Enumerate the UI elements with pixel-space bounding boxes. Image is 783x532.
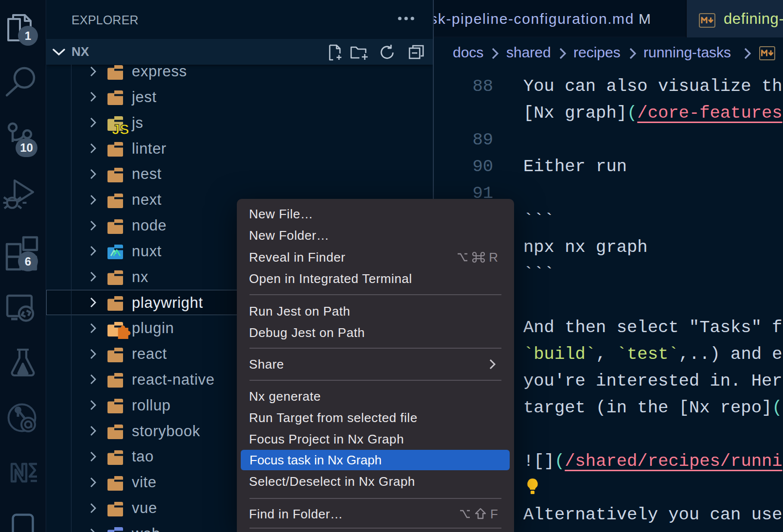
svg-text:JS: JS — [112, 122, 129, 137]
